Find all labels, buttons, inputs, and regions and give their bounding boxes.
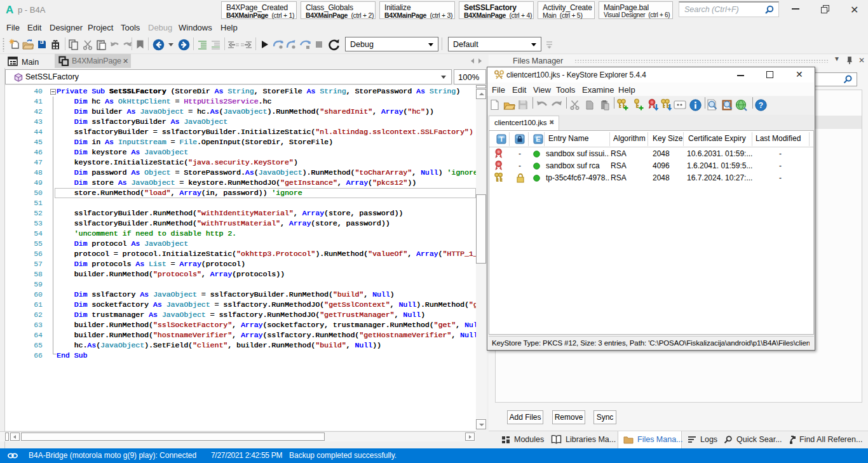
svg-text:?: ?: [759, 101, 763, 110]
svg-text:T: T: [499, 135, 504, 143]
svg-text:E: E: [536, 135, 540, 143]
